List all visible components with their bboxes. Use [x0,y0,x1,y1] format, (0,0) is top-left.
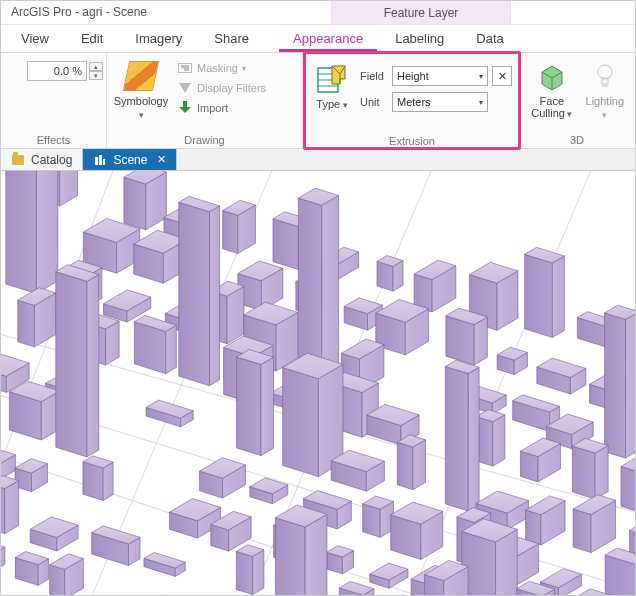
folder-icon [12,155,24,165]
svg-marker-103 [474,317,487,365]
unit-combo[interactable]: Meters ▾ [392,92,488,112]
display-filters-label: Display Filters [197,82,266,94]
tab-data[interactable]: Data [462,25,517,52]
unit-label: Unit [360,96,388,108]
svg-marker-216 [83,462,103,501]
svg-marker-303 [275,518,305,596]
group-label-effects: Effects [7,132,100,146]
chevron-down-icon: ▾ [479,98,483,107]
svg-marker-187 [493,415,505,466]
svg-marker-205 [413,440,426,490]
clear-extrusion-button[interactable]: ✕ [492,66,512,86]
group-drawing: Symbology Masking ▾ Display Filters Impo… [107,53,303,148]
svg-rect-13 [95,157,98,165]
svg-marker-174 [56,272,87,457]
ribbon-tabs: View Edit Imagery Share Appearance Label… [1,25,635,53]
filter-icon [179,83,191,93]
field-label: Field [360,70,388,82]
cube-icon [535,59,569,93]
unit-value: Meters [397,96,431,108]
display-filters-button[interactable]: Display Filters [175,79,268,97]
svg-marker-178 [261,357,274,455]
svg-marker-33 [223,211,238,254]
group-label-3d: 3D [527,132,627,146]
chevron-down-icon: ▾ [479,72,483,81]
symbology-icon [123,61,159,91]
svg-marker-121 [210,206,220,386]
scene-view[interactable] [1,171,635,596]
svg-marker-180 [605,313,626,458]
svg-marker-217 [103,462,113,500]
svg-marker-211 [595,445,608,499]
doctab-scene-label: Scene [113,153,147,167]
svg-marker-243 [526,510,541,545]
lightbulb-icon [588,59,622,93]
svg-marker-219 [445,366,468,511]
tab-edit[interactable]: Edit [67,25,117,52]
face-culling-button[interactable]: Face Culling [527,57,577,120]
svg-rect-15 [103,159,105,165]
contextual-tab-label: Feature Layer [331,1,511,24]
group-label-drawing: Drawing [113,132,296,146]
svg-marker-292 [253,550,264,595]
svg-marker-177 [237,357,261,456]
svg-marker-252 [573,509,591,553]
svg-marker-181 [626,312,635,459]
spin-down-icon[interactable]: ▾ [89,71,103,80]
close-icon[interactable]: ✕ [153,153,166,166]
ribbon: 0.0 % ▴ ▾ Effects Symbology Masking ▾ [1,53,635,149]
svg-marker-291 [236,551,252,594]
tab-imagery[interactable]: Imagery [121,25,196,52]
svg-marker-238 [5,481,19,534]
lighting-label: Lighting [583,95,627,121]
svg-marker-304 [305,514,327,595]
doctab-catalog-label: Catalog [31,153,72,167]
import-icon [178,101,192,115]
group-3d: Face Culling Lighting 3D [521,53,633,148]
extrusion-type-button[interactable]: Type [312,60,352,111]
tab-appearance[interactable]: Appearance [279,25,377,52]
masking-label: Masking [197,62,238,74]
svg-marker-48 [6,171,37,294]
tab-view[interactable]: View [7,25,63,52]
spin-up-icon[interactable]: ▴ [89,62,103,71]
doctab-catalog[interactable]: Catalog [1,149,83,170]
symbology-label: Symbology [113,95,169,121]
lighting-button[interactable]: Lighting [583,57,627,121]
svg-marker-294 [50,565,65,596]
svg-marker-112 [166,325,177,373]
tab-labeling[interactable]: Labeling [381,25,458,52]
tab-share[interactable]: Share [200,25,263,52]
svg-marker-175 [87,274,99,456]
field-value: Height [397,70,429,82]
transparency-control[interactable]: 0.0 % ▴ ▾ [27,61,103,81]
scene-icon [93,153,107,167]
svg-marker-78 [525,254,553,337]
field-combo[interactable]: Height ▾ [392,66,488,86]
transparency-value[interactable]: 0.0 % [27,61,87,81]
svg-marker-210 [572,446,595,499]
import-button[interactable]: Import [175,99,268,117]
extrusion-type-icon [315,62,349,96]
svg-marker-220 [468,367,479,511]
svg-marker-183 [283,368,319,477]
title-bar: ArcGIS Pro - agri - Scene Feature Layer [1,1,635,25]
svg-marker-39 [273,219,298,270]
scene-3d-canvas [1,171,635,596]
masking-button[interactable]: Masking ▾ [175,59,268,77]
doctab-scene[interactable]: Scene ✕ [83,149,177,170]
svg-point-10 [598,65,612,79]
svg-marker-108 [298,198,321,373]
svg-marker-79 [552,256,564,338]
svg-marker-204 [397,442,413,489]
svg-marker-49 [36,171,57,294]
svg-marker-84 [18,300,35,347]
group-effects: 0.0 % ▴ ▾ Effects [1,53,107,148]
svg-marker-240 [363,504,381,538]
group-extrusion: Type Field Height ▾ ✕ Unit Meters [303,51,521,150]
masking-icon [178,63,192,73]
symbology-button[interactable]: Symbology [113,57,169,121]
svg-marker-237 [1,484,5,534]
svg-rect-14 [99,155,102,165]
close-icon: ✕ [498,70,507,83]
